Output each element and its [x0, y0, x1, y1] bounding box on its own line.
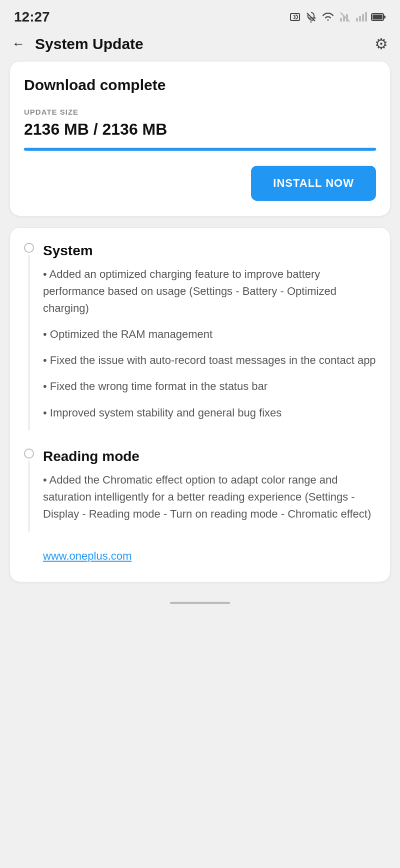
svg-rect-7	[365, 12, 367, 22]
svg-rect-5	[359, 16, 361, 22]
top-nav: ← System Update ⚙	[0, 30, 400, 62]
system-bullet-3: • Fixed the wrong time format in the sta…	[43, 378, 376, 395]
wifi-icon	[321, 11, 335, 23]
status-icons	[289, 11, 386, 23]
download-card: Download complete UPDATE SIZE 2136 MB / …	[10, 62, 390, 216]
reading-mode-title: Reading mode	[43, 449, 376, 465]
page-title: System Update	[35, 36, 144, 53]
svg-rect-10	[384, 16, 386, 19]
nav-left: ← System Update	[12, 36, 144, 53]
system-bullet-4: • Improved system stability and general …	[43, 404, 376, 421]
home-indicator	[170, 602, 230, 604]
changelog-card: System • Added an optimized charging fea…	[10, 228, 390, 582]
system-bullet-1: • Optimized the RAM management	[43, 326, 376, 343]
oneplus-link[interactable]: www.oneplus.com	[43, 550, 132, 562]
reading-mode-line-col	[24, 449, 34, 532]
reading-mode-bullet-0: • Added the Chromatic effect option to a…	[43, 472, 376, 523]
install-now-button[interactable]: INSTALL NOW	[251, 166, 376, 201]
reading-mode-content: Reading mode • Added the Chromatic effec…	[43, 449, 376, 532]
system-vert-line	[28, 255, 30, 430]
svg-rect-1	[340, 18, 342, 22]
system-section: System • Added an optimized charging fea…	[24, 243, 376, 430]
nfc-icon	[289, 11, 301, 23]
system-line-col	[24, 243, 34, 430]
system-section-with-line: System • Added an optimized charging fea…	[24, 243, 376, 430]
download-title: Download complete	[24, 77, 376, 94]
svg-rect-6	[362, 14, 364, 22]
system-dot	[24, 243, 34, 253]
status-bar: 12:27	[0, 0, 400, 30]
svg-rect-9	[372, 15, 382, 20]
signal-icon	[355, 11, 367, 23]
battery-icon	[371, 12, 386, 22]
install-btn-wrapper: INSTALL NOW	[24, 166, 376, 201]
back-button[interactable]: ←	[12, 36, 25, 52]
reading-mode-section-with-line: Reading mode • Added the Chromatic effec…	[24, 449, 376, 532]
settings-icon[interactable]: ⚙	[374, 35, 388, 53]
progress-bar-fill	[24, 148, 376, 151]
status-time: 12:27	[14, 9, 50, 25]
system-content: System • Added an optimized charging fea…	[43, 243, 376, 430]
bell-muted-icon	[305, 11, 317, 23]
reading-mode-dot	[24, 449, 34, 459]
reading-mode-vert-line	[28, 461, 30, 532]
update-size-label: UPDATE SIZE	[24, 108, 376, 116]
system-bullet-2: • Fixed the issue with auto-record toast…	[43, 352, 376, 369]
system-title: System	[43, 243, 376, 259]
bottom-indicator	[0, 594, 400, 614]
system-bullet-0: • Added an optimized charging feature to…	[43, 266, 376, 317]
update-size-value: 2136 MB / 2136 MB	[24, 120, 376, 139]
svg-rect-4	[356, 18, 358, 22]
reading-mode-section: Reading mode • Added the Chromatic effec…	[24, 449, 376, 532]
progress-bar-background	[24, 148, 376, 151]
signal-off-icon	[339, 11, 351, 23]
